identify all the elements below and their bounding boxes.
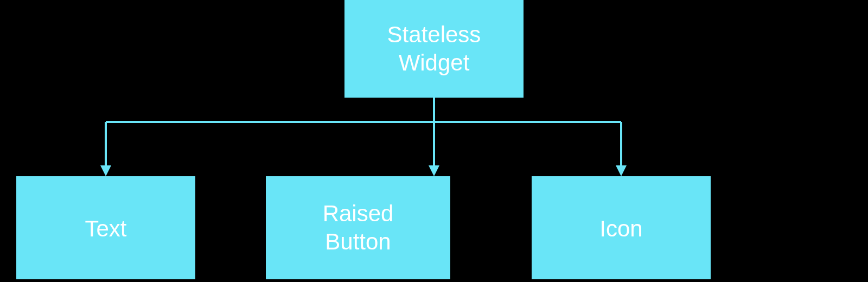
- node-child-raised-button: Raised Button: [266, 176, 450, 279]
- node-root-label-line2: Widget: [399, 50, 470, 75]
- node-child-raised-button-label-line1: Raised: [323, 201, 394, 226]
- node-root-label: Stateless Widget: [387, 21, 481, 78]
- node-root-label-line1: Stateless: [387, 22, 481, 47]
- node-child-text-label: Text: [85, 212, 126, 243]
- node-child-raised-button-label: Raised Button: [323, 200, 394, 257]
- arrowhead-right-icon: [616, 165, 627, 176]
- node-child-icon-label: Icon: [599, 212, 642, 243]
- node-child-icon: Icon: [532, 176, 711, 279]
- node-child-text: Text: [16, 176, 195, 279]
- node-child-icon-label-line1: Icon: [599, 213, 642, 241]
- node-root: Stateless Widget: [344, 0, 524, 98]
- node-child-raised-button-label-line2: Button: [325, 229, 391, 254]
- arrowhead-center-icon: [429, 165, 439, 176]
- node-child-text-label-line1: Text: [85, 213, 126, 241]
- diagram-stage: Stateless Widget Text Raised Button: [0, 0, 868, 282]
- arrowhead-left-icon: [100, 165, 111, 176]
